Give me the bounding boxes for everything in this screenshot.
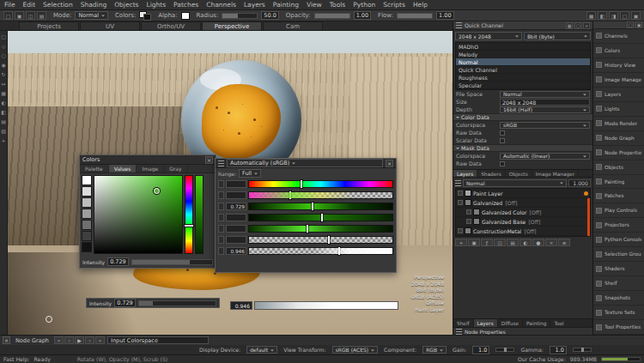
transport-button[interactable]: › bbox=[85, 336, 94, 344]
palette-item[interactable]: Lights bbox=[593, 102, 644, 117]
colors-tab[interactable]: Values bbox=[109, 165, 137, 172]
row-options-button[interactable] bbox=[218, 236, 224, 244]
transport-button[interactable]: « bbox=[54, 336, 64, 344]
channel-row[interactable]: Normal bbox=[456, 58, 590, 66]
tool-icon[interactable]: ▦ bbox=[1, 90, 7, 96]
row-options-button[interactable] bbox=[218, 203, 224, 210]
menu-item[interactable]: Lights bbox=[146, 1, 166, 9]
color-data-section[interactable]: Color Data bbox=[453, 113, 592, 121]
row-value-field[interactable] bbox=[226, 225, 246, 233]
toolbar-icon[interactable]: ▦ bbox=[586, 11, 596, 20]
tool-icon[interactable]: ◇ bbox=[1, 43, 7, 49]
dock-tab[interactable]: Layers bbox=[474, 319, 498, 327]
close-icon[interactable]: × bbox=[3, 336, 10, 344]
gain-slider[interactable] bbox=[495, 348, 514, 352]
palette-item[interactable]: Objects bbox=[593, 160, 644, 175]
transport-button[interactable]: ▶ bbox=[75, 336, 84, 344]
mask-colorspace-dropdown[interactable]: Automatic (linear) bbox=[500, 153, 590, 160]
raw-data-checkbox[interactable] bbox=[500, 130, 505, 136]
flow-field[interactable]: 1.00 bbox=[436, 11, 453, 20]
color-swatch[interactable] bbox=[82, 186, 92, 197]
layer-action-icon[interactable]: + bbox=[455, 239, 467, 246]
layer-action-icon[interactable]: ▤ bbox=[507, 239, 519, 246]
dock-tab[interactable]: Painting bbox=[523, 319, 550, 327]
palette-item[interactable]: Node Graph bbox=[593, 131, 644, 146]
color-swatch[interactable] bbox=[82, 220, 92, 230]
color-swatch[interactable] bbox=[82, 242, 92, 252]
alpha-swatch[interactable] bbox=[181, 12, 190, 20]
layer-visibility-toggle[interactable] bbox=[466, 219, 471, 224]
palette-item[interactable]: Selection Groups bbox=[593, 247, 644, 262]
row-value-field[interactable]: 0.729 bbox=[226, 203, 246, 210]
palette-item[interactable]: Texture Sets bbox=[593, 306, 644, 320]
palette-item[interactable]: Snapshots bbox=[593, 291, 644, 306]
layer-action-icon[interactable]: ◫ bbox=[494, 239, 506, 246]
menu-icon[interactable] bbox=[456, 22, 462, 28]
picker-crosshair-icon[interactable] bbox=[154, 188, 160, 194]
mask-raw-checkbox[interactable] bbox=[500, 161, 505, 166]
intensity-slider[interactable] bbox=[131, 259, 213, 265]
stop-gradient-bar[interactable] bbox=[254, 301, 398, 310]
layer-action-icon[interactable]: ƒ bbox=[481, 239, 493, 246]
row-value-field[interactable] bbox=[226, 180, 246, 188]
color-swatch[interactable] bbox=[82, 175, 92, 185]
gradient-marker[interactable] bbox=[321, 214, 323, 221]
node-graph-tab[interactable]: Node Graph bbox=[13, 337, 52, 344]
palettes-header-icon[interactable]: ▣ bbox=[635, 21, 642, 28]
dock-pane-tab[interactable]: Objects bbox=[506, 170, 532, 177]
row-value-field[interactable]: 0.946 bbox=[226, 247, 246, 255]
layer-action-icon[interactable]: × bbox=[545, 239, 557, 246]
palette-item[interactable]: History View bbox=[593, 58, 644, 73]
toolbar-icon[interactable]: ▣ bbox=[631, 11, 641, 20]
menu-item[interactable]: File bbox=[4, 1, 15, 9]
tool-icon[interactable]: ◐ bbox=[1, 100, 7, 106]
toolbar-icon[interactable]: ▣ bbox=[15, 11, 24, 20]
row-options-button[interactable] bbox=[218, 225, 224, 233]
layer-visibility-toggle[interactable] bbox=[458, 200, 463, 205]
tool-icon[interactable]: + bbox=[1, 137, 7, 143]
palette-item[interactable]: Colors bbox=[593, 44, 644, 58]
panel-header-icon[interactable]: ▢ bbox=[574, 22, 581, 29]
gradient-bar[interactable] bbox=[248, 225, 393, 233]
layer-visibility-toggle[interactable] bbox=[466, 209, 471, 215]
intensity-field[interactable]: 0.729 bbox=[114, 299, 136, 307]
channel-row[interactable]: Specular bbox=[456, 82, 590, 89]
toolbar-icon[interactable]: ◧ bbox=[598, 11, 607, 20]
stop-value-field[interactable]: 0.946 bbox=[230, 301, 252, 310]
toolbar-icon[interactable]: ◫ bbox=[26, 11, 35, 20]
colorspace-dropdown[interactable]: Automatically (sRGB) bbox=[227, 159, 383, 167]
component-dropdown[interactable]: RGB bbox=[422, 346, 447, 354]
flow-slider[interactable] bbox=[397, 13, 433, 19]
row-options-button[interactable] bbox=[218, 214, 224, 221]
palette-item[interactable]: Painting bbox=[593, 175, 644, 190]
palette-item[interactable]: Tool Properties bbox=[593, 320, 644, 335]
menu-item[interactable]: Objects bbox=[114, 1, 138, 9]
toolbar-icon[interactable]: ▤ bbox=[37, 11, 46, 20]
layer-action-icon[interactable]: ● bbox=[532, 239, 544, 246]
palette-item[interactable]: Image Manager bbox=[593, 73, 644, 88]
dock-tab[interactable]: Tool Properties bbox=[550, 319, 592, 327]
color-swatch[interactable] bbox=[82, 197, 92, 208]
depth-dropdown[interactable]: 16bit (Half) bbox=[500, 106, 590, 113]
gradient-marker[interactable] bbox=[301, 180, 302, 188]
layer-visibility-toggle[interactable] bbox=[458, 191, 463, 196]
gradient-bar[interactable] bbox=[248, 191, 393, 199]
channel-size-dropdown[interactable]: 2048 x 2048 bbox=[455, 32, 522, 40]
display-device-dropdown[interactable]: default bbox=[246, 346, 277, 354]
menu-item[interactable]: Scripts bbox=[383, 1, 405, 9]
palette-item[interactable]: Patches bbox=[593, 189, 644, 203]
menu-item[interactable]: View bbox=[307, 1, 322, 9]
menu-item[interactable]: Edit bbox=[23, 1, 36, 9]
dock-pane-tab[interactable]: Image Manager bbox=[532, 170, 579, 177]
gradient-marker[interactable] bbox=[307, 225, 308, 233]
layer-row[interactable]: Galvanized Color [Off] bbox=[456, 208, 590, 217]
mask-data-section[interactable]: Mask Data bbox=[453, 144, 592, 152]
tool-icon[interactable]: ◉ bbox=[1, 62, 7, 68]
range-dropdown[interactable]: Full bbox=[239, 169, 261, 178]
node-properties-header[interactable]: Node Properties bbox=[453, 327, 592, 335]
opacity-field[interactable]: 1.00 bbox=[354, 11, 371, 20]
tool-icon[interactable]: ▢ bbox=[1, 33, 7, 39]
channels-panel-header[interactable]: Quick Channel ▦▢× bbox=[453, 21, 592, 30]
tool-icon[interactable]: ○ bbox=[1, 52, 7, 58]
row-options-button[interactable] bbox=[218, 191, 224, 199]
